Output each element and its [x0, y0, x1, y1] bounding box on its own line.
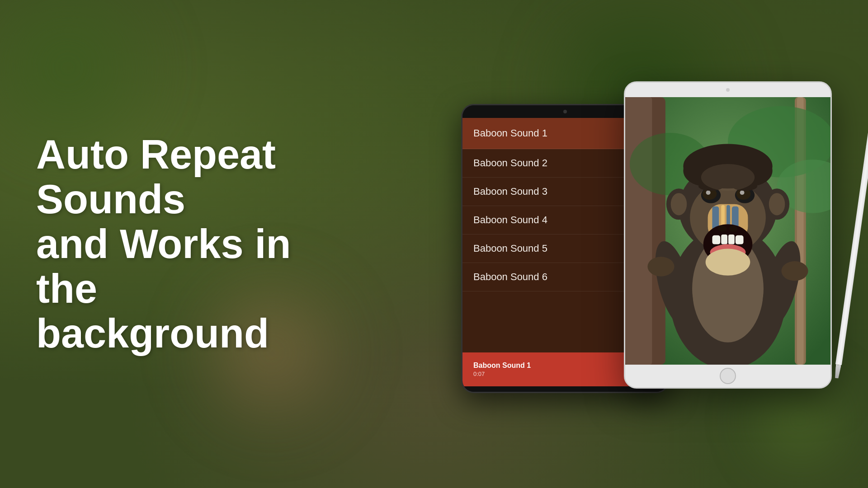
svg-rect-21 — [728, 235, 735, 244]
svg-point-43 — [647, 257, 674, 276]
sound-item-1-label: Baboon Sound 1 — [473, 127, 547, 139]
white-tablet-top-bar — [625, 83, 830, 97]
sound-item-6-label: Baboon Sound 6 — [473, 271, 547, 283]
now-playing-time: 0:07 — [473, 371, 621, 377]
white-tablet-screen — [625, 97, 830, 365]
sound-item-3-label: Baboon Sound 3 — [473, 186, 547, 197]
headline-line3: background — [36, 311, 269, 356]
right-section: Baboon Sound 1 ▶ Baboon Sound 2 Baboon S… — [461, 81, 868, 407]
sound-item-4-label: Baboon Sound 4 — [473, 214, 547, 226]
svg-rect-20 — [721, 235, 727, 244]
svg-point-48 — [718, 225, 727, 232]
left-section: Auto Repeat Sounds and Works in the back… — [36, 132, 353, 356]
sound-item-2-label: Baboon Sound 2 — [473, 157, 547, 169]
svg-point-34 — [740, 190, 745, 195]
pencil-tip — [834, 365, 841, 379]
svg-point-49 — [729, 225, 738, 232]
white-tablet — [624, 81, 832, 389]
now-playing-info: Baboon Sound 1 0:07 — [473, 361, 621, 377]
now-playing-title: Baboon Sound 1 — [473, 361, 621, 370]
svg-point-51 — [706, 249, 750, 275]
svg-point-40 — [769, 193, 785, 215]
svg-point-50 — [701, 164, 755, 191]
svg-rect-3 — [625, 97, 652, 365]
svg-point-44 — [781, 261, 808, 281]
svg-point-33 — [706, 190, 711, 195]
pencil-body — [835, 127, 868, 366]
sound-item-5-label: Baboon Sound 5 — [473, 243, 547, 254]
svg-point-38 — [671, 193, 687, 215]
baboon-illustration — [625, 97, 830, 365]
headline-line2: and Works in the — [36, 221, 291, 311]
svg-rect-22 — [736, 235, 744, 244]
apple-pencil — [833, 118, 868, 379]
white-tablet-bottom — [625, 365, 830, 387]
headline-line1: Auto Repeat Sounds — [36, 132, 276, 222]
main-headline: Auto Repeat Sounds and Works in the back… — [36, 132, 353, 356]
svg-rect-19 — [712, 235, 720, 244]
white-tablet-camera — [726, 88, 730, 92]
home-button[interactable] — [720, 368, 736, 384]
dark-tablet-camera — [563, 110, 567, 113]
